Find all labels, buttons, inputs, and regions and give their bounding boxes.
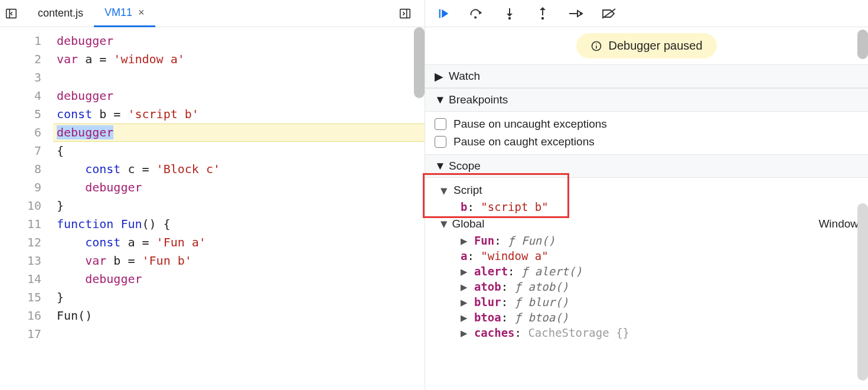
step-into-icon[interactable] (502, 6, 517, 21)
source-editor[interactable]: 1234567891011121314151617 debuggervar a … (0, 27, 425, 390)
chevron-down-icon: ▼ (440, 184, 449, 197)
svg-point-10 (508, 17, 511, 19)
deactivate-breakpoints-icon[interactable] (601, 6, 616, 21)
svg-rect-4 (439, 9, 440, 18)
line-number: 17 (0, 325, 41, 343)
status-banner: Debugger paused (425, 27, 868, 64)
code-line[interactable]: const b = 'script b' (57, 105, 425, 124)
source-panel: content.js VM11 × 1234567891011121314151… (0, 0, 425, 390)
line-number: 15 (0, 288, 41, 307)
code-line[interactable]: Fun() (57, 307, 425, 325)
code-line[interactable]: { (57, 142, 425, 160)
scope-global-header[interactable]: ▼Global Window (435, 214, 859, 233)
chevron-right-icon: ▶ (461, 234, 474, 247)
svg-point-13 (541, 17, 544, 19)
debugger-toggle-icon[interactable] (397, 6, 413, 21)
chevron-down-icon: ▼ (435, 160, 443, 173)
tab-vm11[interactable]: VM11 × (94, 0, 155, 27)
chevron-right-icon: ▶ (461, 295, 474, 308)
line-number: 9 (0, 178, 41, 197)
scope-global-prop[interactable]: ▶ blur: ƒ blur() (435, 294, 859, 310)
debugger-paused-chip: Debugger paused (576, 33, 716, 58)
line-number: 7 (0, 142, 41, 160)
line-number: 11 (0, 215, 41, 233)
chevron-down-icon: ▼ (440, 217, 447, 230)
code-line[interactable] (57, 325, 425, 343)
chevron-right-icon: ▶ (461, 265, 474, 278)
tabbar: content.js VM11 × (0, 0, 425, 27)
code-line[interactable]: debugger (57, 270, 425, 288)
line-gutter: 1234567891011121314151617 (0, 27, 53, 390)
code-line[interactable]: debugger (57, 87, 425, 105)
svg-point-20 (596, 43, 598, 44)
svg-marker-9 (507, 14, 513, 17)
code-line[interactable]: } (57, 288, 425, 307)
line-number: 4 (0, 87, 41, 105)
svg-marker-12 (540, 7, 546, 10)
chevron-right-icon: ▶ (435, 70, 443, 83)
code-line[interactable]: const c = 'Block c' (57, 160, 425, 178)
line-number: 12 (0, 233, 41, 252)
breakpoints-section-body: Pause on uncaught exceptions Pause on ca… (425, 112, 868, 154)
chevron-down-icon: ▼ (435, 93, 443, 106)
code-line[interactable]: debugger (57, 178, 425, 197)
line-number: 2 (0, 50, 41, 69)
line-number: 6 (0, 124, 41, 142)
scope-global-prop[interactable]: ▶ alert: ƒ alert() (435, 264, 859, 279)
scope-global-prop[interactable]: ▶ atob: ƒ atob() (435, 279, 859, 294)
scope-section-header[interactable]: ▼ Scope (425, 154, 868, 178)
source-scrollbar[interactable] (414, 27, 425, 98)
code-content[interactable]: debuggervar a = 'window a'debuggerconst … (53, 27, 425, 390)
debug-toolbar (425, 0, 868, 27)
scope-script-prop[interactable]: b: "script b" (435, 199, 859, 214)
code-line[interactable]: } (57, 197, 425, 215)
close-icon[interactable]: × (138, 6, 145, 19)
pause-uncaught-row[interactable]: Pause on uncaught exceptions (435, 115, 859, 133)
watch-section-header[interactable]: ▶ Watch (425, 64, 868, 88)
scope-global-prop[interactable]: ▶ btoa: ƒ btoa() (435, 310, 859, 325)
svg-marker-5 (442, 9, 448, 18)
navigator-toggle-icon[interactable] (4, 6, 19, 21)
info-icon (590, 40, 602, 52)
scope-section-body: ▼ Script b: "script b" ▼Global Window ▶ … (425, 178, 868, 344)
resume-icon[interactable] (436, 6, 451, 21)
pause-caught-row[interactable]: Pause on caught exceptions (435, 133, 859, 151)
code-line[interactable]: var a = 'window a' (57, 50, 425, 69)
line-number: 16 (0, 307, 41, 325)
panel-scrollbar[interactable] (857, 203, 868, 381)
tab-content-js[interactable]: content.js (27, 0, 94, 27)
svg-point-7 (474, 16, 477, 18)
code-line[interactable]: const a = 'Fun a' (57, 233, 425, 252)
line-number: 8 (0, 160, 41, 178)
scope-global-prop[interactable]: ▶ Fun: ƒ Fun() (435, 233, 859, 248)
line-number: 3 (0, 69, 41, 87)
scope-script-header[interactable]: ▼ Script (435, 181, 859, 199)
line-number: 10 (0, 197, 41, 215)
step-icon[interactable] (568, 6, 583, 21)
line-number: 14 (0, 270, 41, 288)
chevron-right-icon: ▶ (461, 311, 474, 324)
scope-global-prop[interactable]: ▶ caches: CacheStorage {} (435, 325, 859, 340)
chevron-right-icon: ▶ (461, 326, 474, 339)
chevron-right-icon: ▶ (461, 280, 474, 293)
code-line[interactable]: function Fun() { (57, 215, 425, 233)
scope-global-prop[interactable]: a: "window a" (435, 248, 859, 264)
line-number: 5 (0, 105, 41, 124)
checkbox-icon[interactable] (435, 118, 446, 130)
line-number: 1 (0, 32, 41, 50)
step-over-icon[interactable] (469, 6, 484, 21)
step-out-icon[interactable] (535, 6, 550, 21)
debugger-panel: Debugger paused ▶ Watch ▼ Breakpoints Pa… (425, 0, 868, 390)
code-line[interactable]: var b = 'Fun b' (57, 252, 425, 270)
line-number: 13 (0, 252, 41, 270)
breakpoints-section-header[interactable]: ▼ Breakpoints (425, 88, 868, 112)
checkbox-icon[interactable] (435, 136, 446, 148)
panel-scrollbar[interactable] (857, 30, 868, 59)
code-line[interactable] (57, 69, 425, 87)
code-line[interactable]: debugger (57, 32, 425, 50)
svg-point-16 (580, 12, 582, 14)
